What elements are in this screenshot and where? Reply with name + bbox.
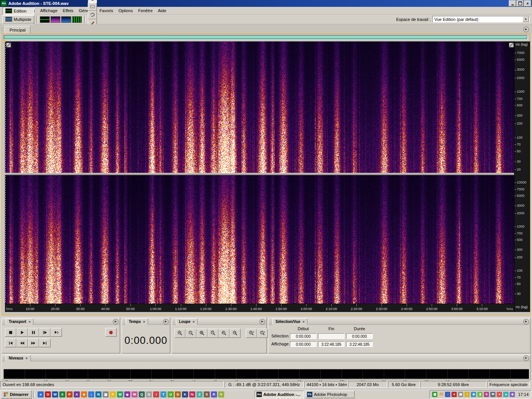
tray-icon-9[interactable]: S xyxy=(484,392,489,397)
zoom-handle-left-icon[interactable] xyxy=(6,43,11,48)
play-looped-button[interactable] xyxy=(51,328,62,337)
tray-icon-13[interactable]: ◈ xyxy=(510,392,515,397)
close-icon[interactable]: × xyxy=(28,320,30,324)
zoom-to-right-edge-button[interactable] xyxy=(230,329,241,338)
lasso-selection-tool-button[interactable] xyxy=(88,11,97,19)
panel-menu-button[interactable]: ▶ xyxy=(113,319,119,325)
tray-icon-7[interactable]: ◆ xyxy=(471,392,476,397)
zoom-to-selection-button[interactable] xyxy=(196,329,207,338)
menu-fenetre[interactable]: Fenêtre xyxy=(136,8,155,14)
spectrogram-right-channel[interactable] xyxy=(5,175,514,304)
quicklaunch-icon-1[interactable]: e xyxy=(38,391,44,397)
tray-icon-2[interactable]: 45 xyxy=(439,392,444,397)
quicklaunch-icon-19[interactable]: U xyxy=(168,391,174,397)
panel-grip[interactable] xyxy=(3,355,5,360)
menu-aide[interactable]: Aide xyxy=(155,8,169,14)
waveform-view-icon[interactable] xyxy=(40,16,50,23)
panel-grip[interactable] xyxy=(3,319,5,323)
taskbar-clock[interactable]: 17:14 xyxy=(518,392,529,397)
panel-grip[interactable] xyxy=(1,27,3,32)
quicklaunch-icon-21[interactable]: K xyxy=(182,391,188,397)
mode-edition-button[interactable]: Edition xyxy=(2,7,34,15)
affichage-debut-field[interactable]: 0:00.000 xyxy=(290,341,317,347)
quicklaunch-icon-17[interactable]: ! xyxy=(153,391,159,397)
quicklaunch-icon-23[interactable]: Z xyxy=(196,391,203,397)
panel-grip[interactable] xyxy=(269,319,272,323)
quicklaunch-icon-9[interactable]: N xyxy=(95,391,101,397)
temps-tab[interactable]: Temps× xyxy=(126,318,148,325)
niveaux-tab[interactable]: Niveaux× xyxy=(6,355,31,361)
maximize-button[interactable] xyxy=(516,0,524,6)
zoom-range-bar[interactable] xyxy=(4,36,527,39)
quicklaunch-icon-5[interactable]: P xyxy=(66,391,73,397)
quicklaunch-icon-15[interactable]: Q xyxy=(139,391,145,397)
tray-icon-1[interactable]: ▦ xyxy=(432,392,437,397)
menu-favoris[interactable]: Favoris xyxy=(97,8,116,14)
tray-icon-10[interactable]: ✉ xyxy=(490,392,496,397)
quicklaunch-icon-24[interactable]: S xyxy=(204,391,210,397)
quicklaunch-icon-18[interactable]: T xyxy=(160,391,166,397)
record-button[interactable] xyxy=(105,328,117,337)
zoom-to-left-edge-button[interactable] xyxy=(218,329,230,338)
quicklaunch-icon-8[interactable]: ♪ xyxy=(88,391,94,397)
playhead-cursor[interactable] xyxy=(5,41,6,304)
selection-vue-tab[interactable]: Sélection/Vue× xyxy=(272,318,307,325)
rewind-button[interactable] xyxy=(16,339,28,347)
selection-fin-field[interactable] xyxy=(318,333,345,339)
zoom-in-vertical-button[interactable] xyxy=(246,329,257,338)
tray-icon-6[interactable]: ! xyxy=(464,392,470,397)
close-button[interactable]: × xyxy=(524,0,531,6)
panel-menu-button[interactable]: ▶ xyxy=(523,355,529,361)
tray-icon-11[interactable]: ● xyxy=(497,392,502,397)
quicklaunch-icon-25[interactable]: R xyxy=(211,391,217,397)
menu-affichage[interactable]: Affichage xyxy=(38,8,60,14)
quicklaunch-icon-26[interactable]: V xyxy=(218,391,224,397)
zoom-out-horizontal-button[interactable] xyxy=(185,329,196,338)
selection-duree-field[interactable]: 0:00.000 xyxy=(346,333,373,339)
tray-icon-4[interactable]: ● xyxy=(451,392,457,397)
quicklaunch-icon-11[interactable]: F xyxy=(110,391,116,397)
tray-icon-5[interactable]: ▣ xyxy=(458,392,463,397)
transport-tab[interactable]: Transport× xyxy=(6,318,33,325)
quicklaunch-icon-6[interactable]: A xyxy=(74,391,80,397)
loupe-tab[interactable]: Loupe× xyxy=(176,318,198,325)
quicklaunch-icon-14[interactable]: ✉ xyxy=(131,391,138,397)
affichage-duree-field[interactable]: 3:22:48.185 xyxy=(346,341,373,347)
quicklaunch-icon-20[interactable]: D xyxy=(175,391,181,397)
panel-menu-button[interactable]: ▶ xyxy=(163,319,169,325)
quicklaunch-icon-12[interactable]: M xyxy=(117,391,123,397)
panel-grip[interactable] xyxy=(173,319,175,323)
selection-debut-field[interactable]: 0:00.000 xyxy=(290,333,317,339)
level-meter[interactable] xyxy=(3,369,529,379)
play-button[interactable] xyxy=(16,328,28,337)
mode-multipiste-button[interactable]: Multipiste xyxy=(2,15,34,24)
zoom-range-scrollbar[interactable] xyxy=(3,35,528,40)
quicklaunch-icon-7[interactable]: ★ xyxy=(81,391,87,397)
stop-button[interactable] xyxy=(5,328,16,337)
spectral-frequency-view-icon[interactable] xyxy=(51,16,60,23)
zoom-in-horizontal-button[interactable] xyxy=(174,329,185,338)
quicklaunch-icon-4[interactable]: X xyxy=(59,391,65,397)
spectral-pan-view-icon[interactable] xyxy=(61,16,71,23)
panel-menu-button[interactable]: ▶ xyxy=(523,27,529,32)
zoom-handle-right-icon[interactable] xyxy=(509,43,514,48)
zoom-out-vertical-button[interactable] xyxy=(257,329,268,338)
close-icon[interactable]: × xyxy=(193,320,195,324)
minimize-button[interactable] xyxy=(509,0,516,6)
go-to-end-button[interactable] xyxy=(39,339,51,347)
quicklaunch-icon-22[interactable]: % xyxy=(189,391,195,397)
menu-effets[interactable]: Effets xyxy=(60,8,76,14)
time-ruler[interactable]: hmshms10:0020:0030:0040:0050:001:00:001:… xyxy=(5,304,514,312)
close-icon[interactable]: × xyxy=(25,356,27,360)
marquee-selection-tool-button[interactable] xyxy=(88,3,97,11)
spectral-phase-view-icon[interactable] xyxy=(72,16,82,23)
tray-icon-8[interactable]: ▮ xyxy=(477,392,483,397)
close-icon[interactable]: × xyxy=(143,320,145,324)
affichage-fin-field[interactable]: 3:22:48.185 xyxy=(318,341,345,347)
go-to-beginning-button[interactable] xyxy=(5,339,16,347)
start-button[interactable]: Démarrer xyxy=(1,390,32,399)
menu-options[interactable]: Options xyxy=(116,8,136,14)
panel-menu-button[interactable]: ▶ xyxy=(260,319,265,325)
quicklaunch-icon-3[interactable]: W xyxy=(52,391,58,397)
quicklaunch-icon-10[interactable]: ▤ xyxy=(103,391,109,397)
